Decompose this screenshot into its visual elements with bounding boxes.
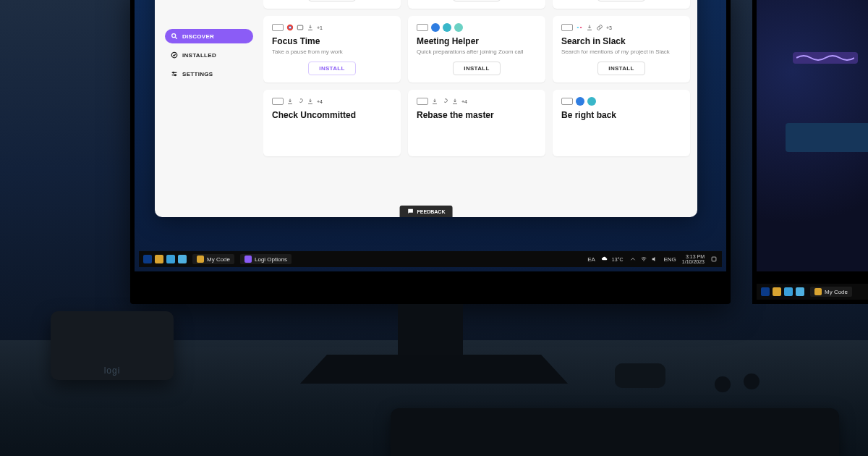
sidebar-item-settings[interactable]: SETTINGS <box>165 67 253 81</box>
keyboard-icon <box>272 98 284 105</box>
card-stub: INSTALL <box>553 0 690 9</box>
svg-point-0 <box>172 34 176 38</box>
card-check-uncommitted[interactable]: +4 Check Uncommitted <box>263 90 401 156</box>
svg-rect-10 <box>297 25 303 30</box>
window-icon <box>297 24 304 31</box>
taskbar-right: EA 13°C ENG 3:13 PM 1/10/2023 <box>587 254 718 264</box>
card-title: Focus Time <box>272 36 392 46</box>
card-search-slack[interactable]: +3 Search in Slack Search for mentions o… <box>553 16 690 83</box>
taskbar[interactable]: My Code Logi Options EA 13°C <box>139 251 722 267</box>
taskbar-app-mycode[interactable]: My Code <box>810 287 852 297</box>
sidebar-item-label: INSTALLED <box>182 52 216 59</box>
desk-earbud <box>744 373 760 389</box>
install-button[interactable]: INSTALL <box>597 0 644 1</box>
card-grid: INSTALL INSTALL INSTALL <box>263 0 690 156</box>
app-icon <box>454 23 463 32</box>
taskbar-secondary[interactable]: My Code <box>757 284 868 300</box>
keyboard-icon <box>272 24 284 31</box>
desk-earbud <box>715 376 731 392</box>
sidebar-item-label: SETTINGS <box>182 71 213 77</box>
install-button[interactable]: INSTALL <box>308 62 355 75</box>
wifi-icon <box>640 256 647 263</box>
card-title: Meeting Helper <box>417 36 537 46</box>
install-button[interactable]: INSTALL <box>453 0 500 1</box>
explorer-icon[interactable] <box>155 255 163 263</box>
card-be-right-back[interactable]: Be right back <box>553 90 690 156</box>
taskbar-weather[interactable]: 13°C <box>601 256 624 263</box>
card-title: Rebase the master <box>417 110 537 120</box>
app-icon <box>576 97 584 106</box>
taskbar-clock[interactable]: 3:13 PM 1/10/2023 <box>682 254 705 264</box>
desk-speaker <box>51 311 174 380</box>
card-stub: INSTALL <box>263 0 401 9</box>
app-icon[interactable] <box>784 287 793 296</box>
svg-rect-13 <box>712 257 716 261</box>
card-description: Take a pause from my work <box>272 48 392 56</box>
more-count: +3 <box>606 23 612 32</box>
app-icon[interactable] <box>178 255 187 263</box>
more-count: +4 <box>461 97 467 106</box>
download-icon <box>307 98 314 105</box>
link-icon <box>596 24 603 31</box>
app-icon[interactable] <box>796 287 804 296</box>
link-icon <box>441 98 448 105</box>
monitor-secondary: My Code <box>752 0 868 304</box>
sidebar-item-installed[interactable]: INSTALLED <box>165 48 253 62</box>
app-badge-icon <box>244 256 252 263</box>
taskbar-app-label: My Code <box>825 289 848 295</box>
app-window: DISCOVER INSTALLED SETTINGS <box>155 0 697 217</box>
taskbar-lang[interactable]: ENG <box>664 256 676 263</box>
check-circle-icon <box>171 51 178 59</box>
app-badge-icon <box>814 288 822 295</box>
card-focus-time[interactable]: +1 Focus Time Take a pause from my work … <box>263 16 401 83</box>
taskbar-lang-short[interactable]: EA <box>587 256 595 263</box>
install-button[interactable]: INSTALL <box>597 62 644 75</box>
app-icon[interactable] <box>166 255 175 263</box>
screen-primary: DISCOVER INSTALLED SETTINGS <box>135 0 726 271</box>
install-button[interactable]: INSTALL <box>453 62 500 75</box>
download-icon <box>307 24 314 31</box>
feedback-button[interactable]: FEEDBACK <box>400 206 453 217</box>
card-title: Search in Slack <box>561 36 681 46</box>
taskbar-app-mycode[interactable]: My Code <box>192 254 234 264</box>
taskbar-tray[interactable] <box>629 256 658 263</box>
content-area: INSTALL INSTALL INSTALL <box>263 0 697 217</box>
taskbar-app-logioptions[interactable]: Logi Options <box>240 254 292 264</box>
explorer-icon[interactable] <box>773 287 781 296</box>
card-rebase-master[interactable]: +4 Rebase the master <box>408 90 545 156</box>
card-icon-row <box>417 23 537 32</box>
link-icon <box>297 98 304 105</box>
feedback-label: FEEDBACK <box>417 209 446 214</box>
keyboard-icon <box>561 98 573 105</box>
card-description: Search for mentions of my project in Sla… <box>561 48 681 56</box>
start-icon[interactable] <box>143 255 152 263</box>
chrome-icon <box>286 24 294 31</box>
download-icon <box>431 98 438 105</box>
speaker-icon <box>651 256 658 263</box>
app-icon <box>587 97 596 106</box>
desk-keyboard <box>391 408 839 456</box>
svg-point-9 <box>289 27 292 29</box>
card-icon-row: +4 <box>417 97 537 106</box>
sidebar: DISCOVER INSTALLED SETTINGS <box>155 0 263 217</box>
svg-rect-12 <box>580 27 582 28</box>
keyboard-icon <box>417 98 428 105</box>
notifications-icon[interactable] <box>710 256 718 263</box>
taskbar-app-label: My Code <box>207 256 230 263</box>
keyboard-icon <box>561 24 573 31</box>
sidebar-item-label: DISCOVER <box>182 33 214 40</box>
app-icon <box>443 23 451 32</box>
start-icon[interactable] <box>761 287 770 296</box>
install-button[interactable]: INSTALL <box>308 0 355 1</box>
app-icon <box>431 23 440 32</box>
card-icon-row: +4 <box>272 97 392 106</box>
sidebar-item-discover[interactable]: DISCOVER <box>165 29 253 43</box>
card-icon-row: +3 <box>561 23 681 32</box>
svg-rect-11 <box>577 27 579 28</box>
svg-point-6 <box>174 75 176 76</box>
card-icon-row: +1 <box>272 23 392 32</box>
download-icon <box>586 24 593 31</box>
sliders-icon <box>171 70 178 77</box>
card-icon-row <box>561 97 681 106</box>
card-meeting-helper[interactable]: Meeting Helper Quick preparations after … <box>408 16 545 83</box>
